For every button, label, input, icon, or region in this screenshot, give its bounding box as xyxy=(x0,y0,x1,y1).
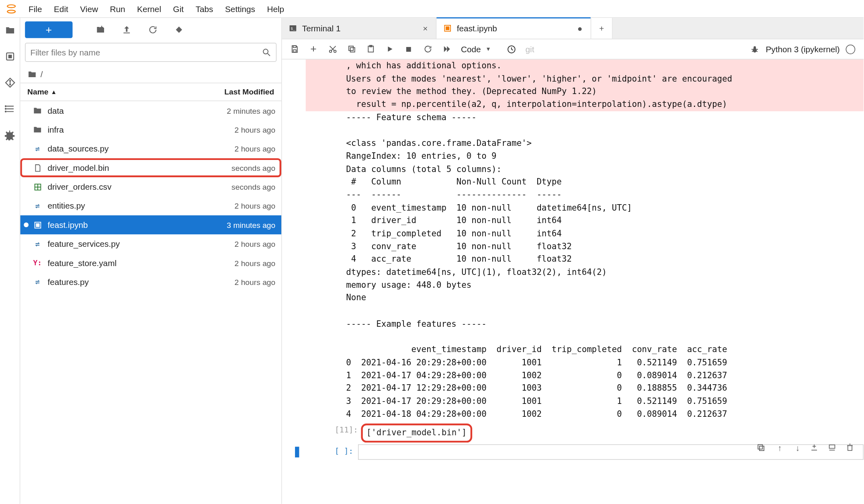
new-folder-button[interactable] xyxy=(88,21,113,38)
add-tab-button[interactable]: + xyxy=(591,18,612,39)
file-name: feature_store.yaml xyxy=(47,258,229,268)
file-toolbar: + xyxy=(20,18,281,41)
svg-point-4 xyxy=(9,80,10,82)
py-icon: ⇌ xyxy=(32,238,43,249)
svg-rect-3 xyxy=(8,55,11,58)
close-icon[interactable]: × xyxy=(420,23,430,33)
file-name: features.py xyxy=(47,277,229,287)
delete-cell-button[interactable] xyxy=(846,443,857,453)
file-modified: 3 minutes ago xyxy=(227,220,275,229)
file-row[interactable]: driver_orders.csvseconds ago xyxy=(20,177,281,196)
svg-point-1 xyxy=(7,10,15,13)
file-name: feature_services.py xyxy=(47,239,229,249)
cut-button[interactable] xyxy=(323,41,341,57)
file-modified: 2 hours ago xyxy=(235,258,276,267)
svg-rect-22 xyxy=(36,223,39,226)
menu-settings[interactable]: Settings xyxy=(219,4,261,14)
bug-icon[interactable] xyxy=(750,44,760,54)
file-name: infra xyxy=(47,125,229,135)
copy-button[interactable] xyxy=(342,41,360,57)
yaml-icon: Y: xyxy=(32,258,43,268)
menu-kernel[interactable]: Kernel xyxy=(131,4,167,14)
breadcrumb-root[interactable]: / xyxy=(41,69,43,79)
nb-icon xyxy=(32,219,43,230)
file-row[interactable]: ⇌features.py2 hours ago xyxy=(20,272,281,291)
menu-file[interactable]: File xyxy=(23,4,48,14)
restart-button[interactable] xyxy=(419,41,436,57)
running-icon[interactable] xyxy=(3,50,16,63)
insert-cell-button[interactable]: + xyxy=(305,41,322,57)
file-row[interactable]: feast.ipynb3 minutes ago xyxy=(20,215,281,234)
paste-button[interactable] xyxy=(362,41,379,57)
clock-icon[interactable] xyxy=(503,41,520,57)
filter-input-wrap[interactable] xyxy=(25,43,276,62)
tab-label: feast.ipynb xyxy=(457,23,571,33)
svg-point-5 xyxy=(9,84,10,85)
move-up-button[interactable]: ↑ xyxy=(774,443,785,453)
stop-button[interactable] xyxy=(400,41,418,57)
file-row[interactable]: Y:feature_store.yaml2 hours ago xyxy=(20,253,281,272)
menu-view[interactable]: View xyxy=(74,4,104,14)
file-row[interactable]: driver_model.binseconds ago xyxy=(20,158,281,177)
run-button[interactable] xyxy=(381,41,398,57)
chevron-down-icon: ▾ xyxy=(487,45,490,53)
file-row[interactable]: ⇌feature_services.py2 hours ago xyxy=(20,234,281,253)
col-modified[interactable]: Last Modified xyxy=(224,88,274,96)
svg-rect-15 xyxy=(123,33,130,33)
notebook-body[interactable]: , which has additional options. Users of… xyxy=(282,59,864,504)
svg-line-40 xyxy=(512,49,513,50)
git-pull-button[interactable] xyxy=(166,21,191,38)
svg-line-46 xyxy=(757,51,758,51)
folder-icon[interactable] xyxy=(3,24,16,37)
cell-toolbar: ↑ ↓ xyxy=(757,443,857,453)
upload-button[interactable] xyxy=(114,21,139,38)
search-icon xyxy=(262,47,271,57)
csv-icon xyxy=(32,181,43,192)
file-name: entities.py xyxy=(47,201,229,211)
file-row[interactable]: ⇌entities.py2 hours ago xyxy=(20,196,281,215)
py-icon: ⇌ xyxy=(32,143,43,154)
col-name[interactable]: Name xyxy=(27,88,48,96)
insert-above-button[interactable] xyxy=(810,443,821,453)
kernel-status-icon[interactable] xyxy=(846,44,856,54)
menu-run[interactable]: Run xyxy=(104,4,131,14)
filter-input[interactable] xyxy=(30,47,262,57)
move-down-button[interactable]: ↓ xyxy=(792,443,803,453)
insert-below-button[interactable] xyxy=(828,443,839,453)
breadcrumb[interactable]: / xyxy=(20,66,281,83)
new-launcher-button[interactable]: + xyxy=(25,21,72,38)
file-list-header: Name ▲ Last Modified xyxy=(20,83,281,101)
refresh-button[interactable] xyxy=(140,21,165,38)
py-icon: ⇌ xyxy=(32,201,43,211)
svg-rect-33 xyxy=(348,46,353,51)
menu-git[interactable]: Git xyxy=(167,4,190,14)
tab[interactable]: feast.ipynb● xyxy=(436,18,591,39)
menu-edit[interactable]: Edit xyxy=(48,4,74,14)
save-button[interactable] xyxy=(285,41,303,57)
kernel-name[interactable]: Python 3 (ipykernel) xyxy=(766,44,839,54)
tab-bar: $_Terminal 1×feast.ipynb●+ xyxy=(282,18,864,39)
svg-rect-34 xyxy=(350,47,354,52)
cell-type-select[interactable]: Code▾ xyxy=(457,42,502,56)
svg-point-42 xyxy=(754,46,756,48)
tab-icon: $_ xyxy=(288,23,297,33)
file-modified: 2 hours ago xyxy=(235,201,276,210)
file-row[interactable]: ⇌data_sources.py2 hours ago xyxy=(20,139,281,158)
git-icon[interactable] xyxy=(3,76,16,89)
file-row[interactable]: data2 minutes ago xyxy=(20,101,281,120)
extensions-icon[interactable] xyxy=(3,129,16,142)
dirty-dot[interactable]: ● xyxy=(575,23,585,33)
duplicate-cell-button[interactable] xyxy=(757,443,768,453)
restart-run-all-button[interactable] xyxy=(438,41,455,57)
file-list: data2 minutes agoinfra2 hours ago⇌data_s… xyxy=(20,101,281,504)
toc-icon[interactable] xyxy=(3,102,16,116)
svg-point-10 xyxy=(5,106,6,107)
tab[interactable]: $_Terminal 1× xyxy=(282,18,437,39)
file-row[interactable]: infra2 hours ago xyxy=(20,120,281,139)
file-icon xyxy=(32,162,43,173)
file-modified: seconds ago xyxy=(231,182,275,191)
code-cell[interactable]: [ ]: ↑ ↓ xyxy=(282,444,864,459)
git-label: git xyxy=(522,44,534,54)
menu-tabs[interactable]: Tabs xyxy=(190,4,219,14)
menu-help[interactable]: Help xyxy=(261,4,290,14)
